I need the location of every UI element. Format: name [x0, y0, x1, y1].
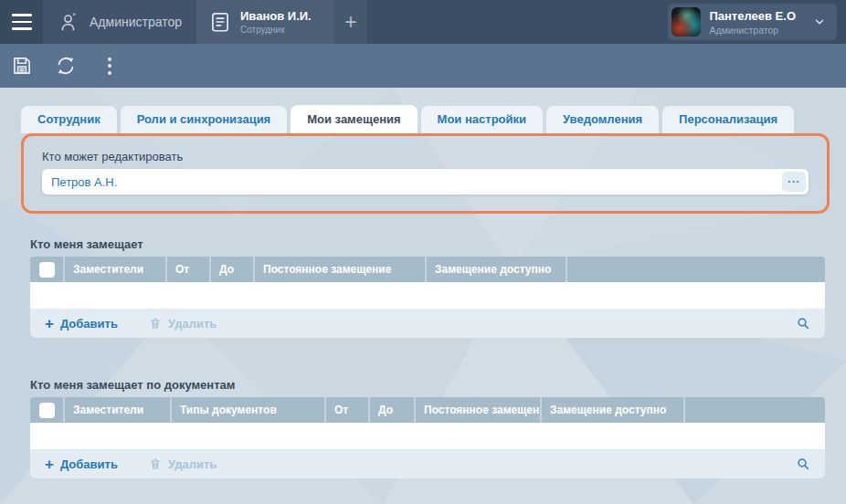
header-tab-label: Администратор [90, 15, 182, 29]
select-all-checkbox[interactable] [39, 262, 55, 278]
main-content: Сотрудник Роли и синхронизация Мои замещ… [0, 88, 846, 504]
save-button[interactable] [0, 44, 44, 88]
header-tab-subtitle: Сотрудник [240, 25, 312, 35]
select-all-cell[interactable] [30, 257, 63, 282]
col-tipy-dokumentov[interactable]: Типы документов [172, 397, 324, 423]
trash-icon [149, 457, 162, 470]
col-zamestiteli[interactable]: Заместители [65, 397, 170, 423]
tab-uvedomleniya[interactable]: Уведомления [546, 106, 659, 133]
delete-button[interactable]: Удалить [149, 317, 217, 331]
who-can-edit-label: Кто может редактировать [42, 150, 818, 163]
tab-moi-zameshcheniya[interactable]: Мои замещения [291, 105, 417, 133]
documents-section-title: Кто меня замещает по документам [30, 378, 846, 392]
col-empty [567, 257, 825, 282]
more-actions-button[interactable] [88, 44, 132, 88]
header-tab-administrator[interactable]: * Администратор [43, 0, 196, 44]
tab-personalizaciya[interactable]: Персонализация [662, 106, 794, 133]
col-ot[interactable]: От [326, 397, 368, 423]
empty-table-row [30, 282, 825, 309]
documents-table-header: Заместители Типы документов От До Постоя… [30, 397, 825, 423]
search-icon[interactable] [796, 316, 810, 331]
col-zameshchenie-dostupno[interactable]: Замещение доступно [427, 257, 566, 282]
svg-text:*: * [72, 11, 76, 20]
tab-moi-nastroyki[interactable]: Мои настройки [421, 106, 543, 133]
header-tab-ivanov[interactable]: Иванов И.И. Сотрудник [196, 0, 334, 44]
substitutes-table-header: Заместители От До Постоянное замещение З… [30, 257, 825, 282]
ellipsis-picker-button[interactable]: ... [782, 172, 806, 192]
current-user-menu[interactable]: Пантелеев Е.О Администратор [668, 4, 837, 40]
substitutes-section-title: Кто меня замещает [30, 237, 846, 251]
col-empty [685, 397, 825, 423]
kebab-menu-icon [108, 58, 111, 75]
tab-roli-i-sinhronizaciya[interactable]: Роли и синхронизация [121, 106, 288, 133]
who-can-edit-field[interactable] [42, 169, 809, 194]
hamburger-icon [12, 14, 32, 16]
toolbar [0, 44, 846, 88]
documents-table-footer: + Добавить Удалить [30, 449, 825, 478]
tab-sotrudnik[interactable]: Сотрудник [21, 106, 117, 133]
add-button[interactable]: + Добавить [45, 457, 118, 472]
select-all-cell[interactable] [30, 397, 63, 423]
top-header: * Администратор Иванов И.И. Сотрудник + [0, 0, 846, 44]
substitutes-table-footer: + Добавить Удалить [30, 309, 825, 338]
who-can-edit-section: Кто может редактировать ... [21, 133, 830, 214]
user-star-icon: * [58, 11, 80, 34]
trash-icon [149, 317, 162, 330]
save-icon [10, 54, 34, 78]
header-tab-title: Иванов И.И. [240, 9, 312, 23]
add-tab-button[interactable]: + [334, 0, 367, 44]
col-do[interactable]: До [370, 397, 414, 423]
col-zamestiteli[interactable]: Заместители [65, 257, 165, 282]
delete-button[interactable]: Удалить [149, 457, 217, 471]
plus-icon: + [344, 10, 356, 35]
col-postoyannoe-zameshchenie[interactable]: Постоянное замещение [416, 397, 540, 423]
col-zameshchenie-dostupno[interactable]: Замещение доступно [542, 397, 683, 423]
refresh-button[interactable] [44, 44, 88, 88]
col-ot[interactable]: От [167, 257, 209, 282]
empty-table-row [30, 423, 825, 449]
avatar [672, 7, 701, 37]
user-name: Пантелеев Е.О [709, 9, 796, 23]
user-role: Администратор [709, 25, 796, 36]
plus-icon: + [45, 457, 54, 472]
select-all-checkbox[interactable] [39, 403, 55, 418]
col-postoyannoe-zameshchenie[interactable]: Постоянное замещение [255, 257, 425, 282]
col-do[interactable]: До [211, 257, 253, 282]
hamburger-menu-button[interactable] [0, 0, 43, 44]
app-window: * Администратор Иванов И.И. Сотрудник + [0, 0, 846, 504]
document-icon [208, 10, 232, 34]
substitutes-table: Заместители От До Постоянное замещение З… [30, 257, 825, 338]
search-icon[interactable] [796, 457, 810, 471]
add-button[interactable]: + Добавить [45, 316, 118, 331]
settings-tab-bar: Сотрудник Роли и синхронизация Мои замещ… [0, 88, 846, 133]
plus-icon: + [45, 316, 54, 331]
documents-table: Заместители Типы документов От До Постоя… [30, 397, 825, 478]
refresh-icon [54, 54, 78, 78]
chevron-down-icon [813, 16, 826, 28]
